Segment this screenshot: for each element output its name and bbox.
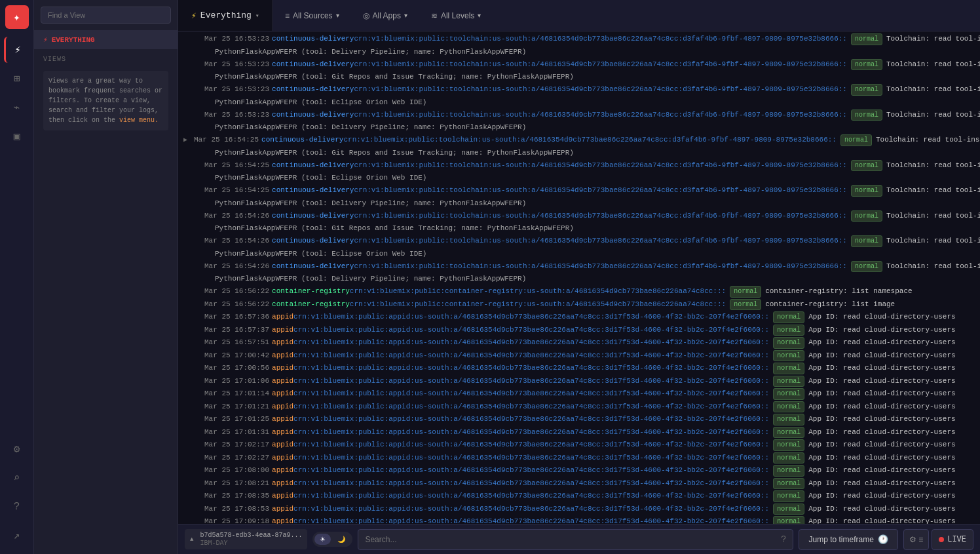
log-source[interactable]: continuous-delivery — [272, 235, 354, 247]
table-row[interactable]: Mar 25 17:01:25 appid crn:v1:bluemix:pub… — [178, 413, 980, 426]
log-crn[interactable]: crn:v1:bluemix:public:appid:us-south:a/4… — [293, 376, 769, 387]
expand-arrow[interactable]: ▶ — [183, 135, 194, 146]
log-source[interactable]: appid — [272, 478, 293, 489]
log-source[interactable]: appid — [272, 490, 293, 502]
log-source[interactable]: continuous-delivery — [272, 261, 354, 272]
share-nav-item[interactable]: ↗ — [4, 523, 30, 549]
log-crn[interactable]: crn:v1:bluemix:public:container-registry… — [350, 299, 726, 310]
log-crn[interactable]: crn:v1:bluemix:public:appid:us-south:a/4… — [293, 465, 769, 476]
table-row[interactable]: Mar 25 17:08:00 appid crn:v1:bluemix:pub… — [178, 464, 980, 477]
log-source[interactable]: appid — [272, 427, 293, 438]
log-crn[interactable]: crn:v1:bluemix:public:appid:us-south:a/4… — [293, 516, 769, 524]
table-row[interactable]: Mar 25 16:54:26 continuous-delivery crn:… — [178, 260, 980, 273]
table-row[interactable]: Mar 25 17:01:31 appid crn:v1:bluemix:pub… — [178, 426, 980, 439]
log-crn[interactable]: crn:v1:bluemix:public:toolchain:us-south… — [354, 109, 847, 121]
log-source[interactable]: appid — [272, 311, 293, 323]
table-row[interactable]: Mar 25 16:53:23 continuous-delivery crn:… — [178, 58, 980, 71]
find-view-input[interactable] — [41, 7, 171, 24]
log-source[interactable]: continuous-delivery — [272, 109, 354, 121]
table-row[interactable]: Mar 25 17:01:21 appid crn:v1:bluemix:pub… — [178, 401, 980, 414]
log-source[interactable]: container-registry — [272, 299, 350, 310]
table-row[interactable]: Mar 25 16:56:22 container-registry crn:v… — [178, 298, 980, 311]
table-row[interactable]: Mar 25 17:02:17 appid crn:v1:bluemix:pub… — [178, 439, 980, 452]
everything-nav-item[interactable]: ⚡ EVERYTHING — [34, 30, 178, 49]
log-crn[interactable]: crn:v1:bluemix:public:appid:us-south:a/4… — [293, 504, 769, 515]
table-row[interactable]: Mar 25 16:54:25 continuous-delivery crn:… — [178, 184, 980, 197]
log-crn[interactable]: crn:v1:bluemix:public:appid:us-south:a/4… — [293, 337, 769, 348]
table-row[interactable]: Mar 25 17:08:35 appid crn:v1:bluemix:pub… — [178, 490, 980, 503]
log-crn[interactable]: crn:v1:bluemix:public:appid:us-south:a/4… — [293, 414, 769, 425]
table-row[interactable]: Mar 25 17:01:14 appid crn:v1:bluemix:pub… — [178, 387, 980, 401]
log-crn[interactable]: crn:v1:bluemix:public:toolchain:us-south… — [354, 33, 847, 45]
table-row[interactable]: Mar 25 16:54:26 continuous-delivery crn:… — [178, 210, 980, 223]
log-source[interactable]: continuous-delivery — [261, 134, 343, 146]
all-sources-button[interactable]: ≡ All Sources ▾ — [276, 7, 349, 24]
search-help-icon[interactable]: ? — [781, 534, 786, 545]
log-crn[interactable]: crn:v1:bluemix:public:appid:us-south:a/4… — [293, 401, 769, 412]
log-crn[interactable]: crn:v1:bluemix:public:appid:us-south:a/4… — [293, 325, 769, 336]
theme-toggle[interactable]: ☀ 🌙 — [312, 532, 352, 547]
live-badge[interactable]: LIVE — [932, 529, 973, 550]
log-source[interactable]: continuous-delivery — [272, 59, 354, 70]
log-source[interactable]: appid — [272, 337, 293, 348]
table-row[interactable]: Mar 25 17:02:27 appid crn:v1:bluemix:pub… — [178, 452, 980, 465]
log-crn[interactable]: crn:v1:bluemix:public:toolchain:us-south… — [354, 235, 847, 247]
log-source[interactable]: appid — [272, 439, 293, 450]
table-row[interactable]: Mar 25 16:53:23 continuous-delivery crn:… — [178, 109, 980, 122]
log-source[interactable]: continuous-delivery — [272, 33, 354, 45]
log-crn[interactable]: crn:v1:bluemix:public:appid:us-south:a/4… — [293, 478, 769, 489]
table-row[interactable]: Mar 25 16:53:23 continuous-delivery crn:… — [178, 83, 980, 96]
table-row[interactable]: Mar 25 17:08:21 appid crn:v1:bluemix:pub… — [178, 477, 980, 490]
log-source[interactable]: appid — [272, 516, 293, 524]
lightning-nav-item[interactable]: ⚡ — [4, 37, 30, 63]
all-apps-button[interactable]: ◎ All Apps ▾ — [354, 7, 417, 24]
table-row[interactable]: Mar 25 17:08:53 appid crn:v1:bluemix:pub… — [178, 503, 980, 516]
log-source[interactable]: appid — [272, 325, 293, 336]
activity-nav-item[interactable]: ⌁ — [4, 94, 30, 121]
log-source[interactable]: appid — [272, 504, 293, 515]
log-crn[interactable]: crn:v1:bluemix:public:appid:us-south:a/4… — [293, 439, 769, 450]
settings-action-button[interactable]: ⚙ ≡ — [903, 529, 929, 550]
table-row[interactable]: Mar 25 16:57:37 appid crn:v1:bluemix:pub… — [178, 324, 980, 337]
log-source[interactable]: appid — [272, 376, 293, 387]
table-row[interactable]: Mar 25 17:01:06 appid crn:v1:bluemix:pub… — [178, 375, 980, 388]
everything-tab[interactable]: ⚡ Everything ▾ — [178, 0, 273, 31]
log-crn[interactable]: crn:v1:bluemix:public:toolchain:us-south… — [354, 210, 847, 222]
log-crn[interactable]: crn:v1:bluemix:public:appid:us-south:a/4… — [293, 311, 769, 323]
log-crn[interactable]: crn:v1:bluemix:public:toolchain:us-south… — [343, 134, 837, 146]
log-source[interactable]: appid — [272, 465, 293, 476]
log-crn[interactable]: crn:v1:bluemix:public:appid:us-south:a/4… — [293, 388, 769, 399]
log-source[interactable]: continuous-delivery — [272, 210, 354, 222]
table-row[interactable]: Mar 25 17:00:42 appid crn:v1:bluemix:pub… — [178, 349, 980, 363]
table-row[interactable]: Mar 25 16:53:23 continuous-delivery crn:… — [178, 33, 980, 46]
log-crn[interactable]: crn:v1:bluemix:public:toolchain:us-south… — [354, 84, 847, 95]
search-input[interactable] — [365, 535, 781, 544]
log-source[interactable]: continuous-delivery — [272, 160, 354, 171]
table-row[interactable]: Mar 25 16:57:36 appid crn:v1:bluemix:pub… — [178, 311, 980, 324]
table-row[interactable]: Mar 25 17:00:56 appid crn:v1:bluemix:pub… — [178, 362, 980, 375]
all-levels-button[interactable]: ≋ All Levels ▾ — [422, 7, 490, 24]
monitor-nav-item[interactable]: ▣ — [4, 123, 30, 149]
log-crn[interactable]: crn:v1:bluemix:public:toolchain:us-south… — [354, 160, 847, 171]
search-nav-item[interactable]: ⌕ — [4, 465, 30, 491]
log-source[interactable]: appid — [272, 401, 293, 412]
dark-theme-button[interactable]: ☀ — [314, 534, 331, 545]
table-row[interactable]: Mar 25 16:56:22 container-registry crn:v… — [178, 285, 980, 298]
log-crn[interactable]: crn:v1:bluemix:public:container-registry… — [350, 286, 726, 297]
log-source[interactable]: appid — [272, 350, 293, 361]
help-nav-item[interactable]: ? — [4, 494, 30, 520]
jump-to-timeframe-button[interactable]: Jump to timeframe 🕐 — [799, 529, 897, 550]
table-row[interactable]: Mar 25 16:54:26 continuous-delivery crn:… — [178, 235, 980, 248]
log-source[interactable]: appid — [272, 388, 293, 399]
log-crn[interactable]: crn:v1:bluemix:public:toolchain:us-south… — [354, 261, 847, 272]
log-crn[interactable]: crn:v1:bluemix:public:appid:us-south:a/4… — [293, 363, 769, 374]
brand-logo[interactable]: ✦ — [5, 5, 29, 29]
log-source[interactable]: container-registry — [272, 286, 350, 297]
log-crn[interactable]: crn:v1:bluemix:public:appid:us-south:a/4… — [293, 427, 769, 438]
view-menu-link[interactable]: view menu. — [119, 117, 159, 124]
gear-nav-item[interactable]: ⚙ — [4, 436, 30, 462]
table-row[interactable]: Mar 25 16:54:25 continuous-delivery crn:… — [178, 159, 980, 172]
log-area[interactable]: Mar 25 16:53:23 continuous-delivery crn:… — [178, 31, 980, 524]
log-crn[interactable]: crn:v1:bluemix:public:toolchain:us-south… — [354, 185, 847, 196]
log-crn[interactable]: crn:v1:bluemix:public:appid:us-south:a/4… — [293, 350, 769, 361]
